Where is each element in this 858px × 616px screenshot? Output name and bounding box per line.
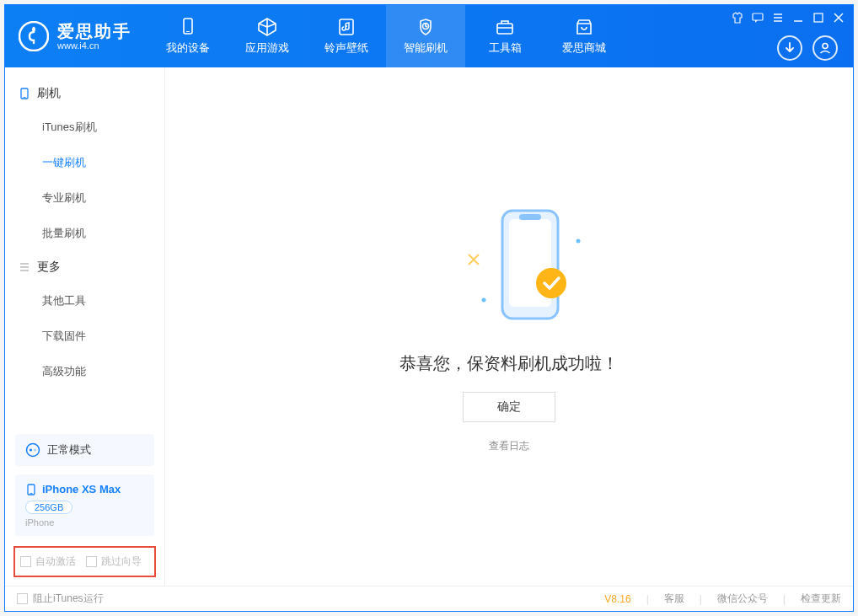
tab-toolbox[interactable]: 工具箱 xyxy=(465,5,544,67)
sidebar-item-itunes-flash[interactable]: iTunes刷机 xyxy=(5,110,164,145)
flash-options-row: 自动激活 跳过向导 xyxy=(13,546,156,577)
tab-device[interactable]: 我的设备 xyxy=(148,5,228,67)
checkbox-icon xyxy=(20,556,31,567)
sidebar-item-onekey-flash[interactable]: 一键刷机 xyxy=(5,145,164,180)
menu-icon[interactable] xyxy=(772,12,784,24)
titlebar: 爱思助手 www.i4.cn 我的设备应用游戏铃声壁纸智能刷机工具箱爱思商城 xyxy=(5,5,853,67)
flash-icon xyxy=(416,17,436,37)
svg-rect-21 xyxy=(519,214,541,220)
ok-button[interactable]: 确定 xyxy=(463,392,555,422)
svg-rect-6 xyxy=(497,24,512,34)
sidebar-item-pro-flash[interactable]: 专业刷机 xyxy=(5,180,164,216)
sidebar-item-download-fw[interactable]: 下载固件 xyxy=(5,319,164,354)
toolbox-icon xyxy=(495,17,515,37)
download-manager-button[interactable] xyxy=(777,35,802,61)
maximize-icon[interactable] xyxy=(812,12,824,24)
main-tabs: 我的设备应用游戏铃声壁纸智能刷机工具箱爱思商城 xyxy=(148,5,624,67)
account-button[interactable] xyxy=(812,35,838,61)
tab-ring[interactable]: 铃声壁纸 xyxy=(307,5,386,67)
block-itunes-label[interactable]: 阻止iTunes运行 xyxy=(33,592,104,606)
app-logo-icon xyxy=(19,21,49,51)
app-url: www.i4.cn xyxy=(57,40,131,51)
wechat-link[interactable]: 微信公众号 xyxy=(717,592,768,606)
svg-point-9 xyxy=(823,44,828,49)
minimize-icon[interactable] xyxy=(792,12,804,24)
auto-activate-checkbox[interactable]: 自动激活 xyxy=(20,554,76,569)
tab-label: 爱思商城 xyxy=(562,40,606,56)
tab-apps[interactable]: 应用游戏 xyxy=(228,5,307,67)
version-label: V8.16 xyxy=(604,593,630,605)
svg-rect-16 xyxy=(30,493,33,494)
logo: 爱思助手 www.i4.cn xyxy=(5,5,148,67)
ring-icon xyxy=(336,17,357,37)
svg-point-1 xyxy=(32,28,35,31)
checkbox-icon xyxy=(86,556,97,567)
sidebar-item-advanced[interactable]: 高级功能 xyxy=(5,354,164,389)
success-illustration xyxy=(450,201,568,335)
check-update-link[interactable]: 检查更新 xyxy=(801,592,841,606)
device-icon xyxy=(178,17,198,37)
device-storage-badge: 256GB xyxy=(25,501,72,514)
support-link[interactable]: 客服 xyxy=(664,592,684,606)
device-mode-box[interactable]: 正常模式 xyxy=(15,434,154,466)
sidebar-group-flash-title: 刷机 xyxy=(37,86,61,101)
svg-point-17 xyxy=(576,238,581,243)
tab-label: 工具箱 xyxy=(489,40,522,56)
sidebar: 刷机 iTunes刷机一键刷机专业刷机批量刷机 更多 其他工具下载固件高级功能 … xyxy=(5,67,165,586)
svg-point-0 xyxy=(19,22,48,51)
svg-rect-7 xyxy=(753,13,763,20)
tab-store[interactable]: 爱思商城 xyxy=(544,5,624,67)
svg-point-22 xyxy=(536,268,566,298)
device-type: iPhone xyxy=(25,517,144,528)
svg-rect-11 xyxy=(24,97,26,98)
device-name: iPhone XS Max xyxy=(42,483,121,495)
main-content: 恭喜您，保资料刷机成功啦！ 确定 查看日志 xyxy=(165,67,853,586)
app-name: 爱思助手 xyxy=(57,22,131,40)
user-icon xyxy=(818,41,832,55)
skin-icon[interactable] xyxy=(732,12,743,24)
tab-label: 我的设备 xyxy=(166,40,210,56)
skip-guide-checkbox[interactable]: 跳过向导 xyxy=(86,554,142,569)
view-log-link[interactable]: 查看日志 xyxy=(489,439,529,453)
device-info-box[interactable]: iPhone XS Max 256GB iPhone xyxy=(15,474,154,536)
auto-activate-label: 自动激活 xyxy=(35,554,76,569)
skip-guide-label: 跳过向导 xyxy=(101,554,142,569)
svg-point-13 xyxy=(29,448,32,451)
sidebar-item-other-tools[interactable]: 其他工具 xyxy=(5,283,164,319)
mode-label: 正常模式 xyxy=(47,442,91,458)
tab-label: 智能刷机 xyxy=(404,40,448,56)
svg-point-12 xyxy=(27,444,40,457)
close-icon[interactable] xyxy=(833,12,845,24)
tab-label: 铃声壁纸 xyxy=(324,40,368,56)
sidebar-item-batch-flash[interactable]: 批量刷机 xyxy=(5,216,164,251)
mode-icon xyxy=(25,442,40,458)
sidebar-group-more-title: 更多 xyxy=(37,260,61,275)
tab-flash[interactable]: 智能刷机 xyxy=(386,5,465,67)
download-icon xyxy=(783,41,796,55)
store-icon xyxy=(574,17,594,37)
svg-point-14 xyxy=(34,448,36,451)
list-icon xyxy=(19,261,30,273)
svg-rect-8 xyxy=(814,13,823,22)
feedback-icon[interactable] xyxy=(752,12,764,24)
sidebar-group-flash: 刷机 xyxy=(5,78,164,110)
sidebar-group-more: 更多 xyxy=(5,251,164,283)
tab-label: 应用游戏 xyxy=(245,40,289,56)
apps-icon xyxy=(257,17,277,37)
checkbox-icon[interactable] xyxy=(17,593,28,604)
svg-rect-3 xyxy=(186,31,190,32)
statusbar: 阻止iTunes运行 V8.16 | 客服 | 微信公众号 | 检查更新 xyxy=(5,586,853,611)
device-phone-icon xyxy=(25,484,37,495)
device-name-row: iPhone XS Max xyxy=(25,483,144,495)
success-message: 恭喜您，保资料刷机成功啦！ xyxy=(400,352,619,375)
svg-point-18 xyxy=(482,297,486,302)
phone-icon xyxy=(19,88,30,99)
